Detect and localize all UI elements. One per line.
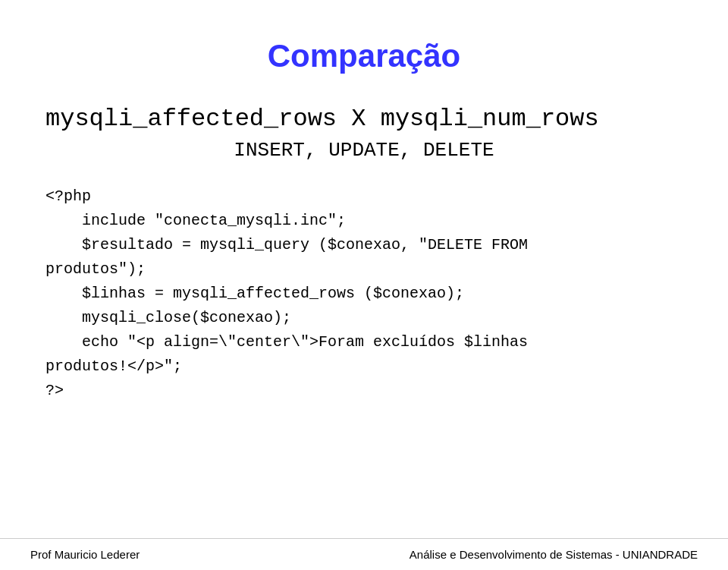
comparison-line: mysqli_affected_rows X mysqli_num_rows <box>46 105 682 133</box>
code-line-10: ?> <box>46 379 682 403</box>
footer-institution: Análise e Desenvolvimento de Sistemas - … <box>410 548 698 561</box>
code-line-2: include "conecta_mysqli.inc"; <box>46 209 682 233</box>
code-line-7: echo "<p align=\"center\">Foram excluído… <box>46 330 682 354</box>
code-line-6: mysqli_close($conexao); <box>46 306 682 330</box>
footer: Prof Mauricio Lederer Análise e Desenvol… <box>0 538 728 570</box>
code-line-5: $linhas = mysqli_affected_rows ($conexao… <box>46 282 682 306</box>
footer-author: Prof Mauricio Lederer <box>30 548 140 561</box>
insert-line: INSERT, UPDATE, DELETE <box>46 139 682 162</box>
code-line-3: $resultado = mysqli_query ($conexao, "DE… <box>46 233 682 257</box>
code-line-4: produtos"); <box>46 257 682 282</box>
page-title: Comparação <box>46 38 682 74</box>
code-line-8: produtos!</p>"; <box>46 354 682 379</box>
page-container: Comparação mysqli_affected_rows X mysqli… <box>0 0 728 570</box>
code-block: <?php include "conecta_mysqli.inc"; $res… <box>46 184 682 403</box>
code-line-1: <?php <box>46 184 682 209</box>
main-content: Comparação mysqli_affected_rows X mysqli… <box>0 0 728 538</box>
